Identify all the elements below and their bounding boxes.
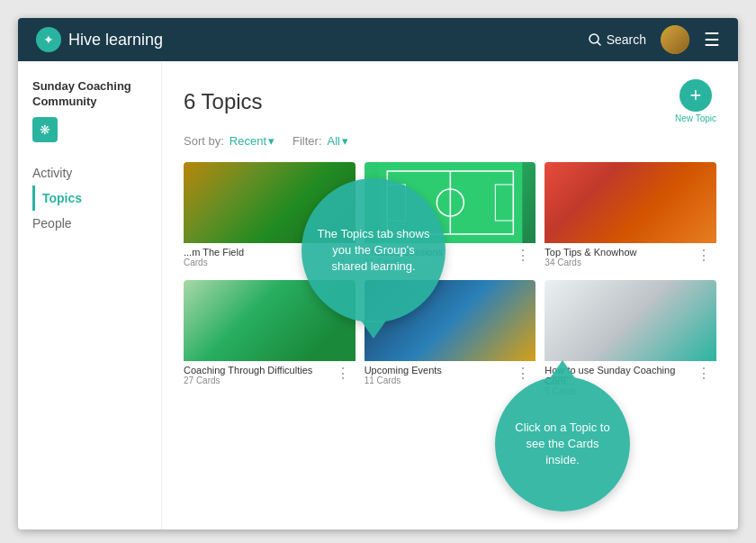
filter-label: Filter: [292, 134, 322, 148]
callout-bubble-2: Click on a Topic to see the Cards inside… [495, 376, 630, 511]
topic-info-3: Coaching Through Difficulties 27 Cards ⋮ [184, 361, 356, 389]
sort-group: Sort by: Recent ▾ [184, 134, 274, 148]
topic-card-2[interactable]: Top Tips & Knowhow 34 Cards ⋮ [544, 162, 716, 271]
browser-frame: ✦ Hive learning Search ☰ Sunday Coaching… [18, 18, 738, 529]
sidebar-item-topics[interactable]: Topics [32, 186, 147, 211]
main-layout: Sunday Coaching Community ❋ Activity Top… [18, 61, 738, 529]
topic-name-3: Coaching Through Difficulties 27 Cards [184, 365, 312, 385]
svg-line-1 [598, 42, 600, 45]
search-button[interactable]: Search [589, 32, 646, 47]
page-title: 6 Topics [184, 89, 263, 114]
new-topic-button[interactable]: + New Topic [675, 79, 716, 123]
filter-bar: Sort by: Recent ▾ Filter: All ▾ [184, 134, 716, 148]
logo: ✦ Hive learning [36, 27, 163, 52]
community-icon-symbol: ❋ [40, 122, 50, 137]
hamburger-icon: ☰ [704, 30, 720, 50]
sidebar-item-people-label: People [32, 216, 72, 231]
sort-select[interactable]: Recent ▾ [230, 134, 274, 148]
community-name: Sunday Coaching Community [32, 79, 147, 110]
content-header: 6 Topics + New Topic [184, 79, 716, 123]
search-label: Search [607, 32, 646, 47]
sort-label: Sort by: [184, 134, 224, 148]
topic-thumb-2 [544, 162, 716, 243]
sidebar-item-activity[interactable]: Activity [32, 160, 147, 186]
logo-icon: ✦ [36, 27, 61, 52]
topics-grid: ...m The Field Cards ⋮ [184, 162, 716, 400]
avatar[interactable] [661, 25, 689, 54]
topic-menu-2[interactable]: ⋮ [697, 247, 711, 264]
topic-name-4: Upcoming Events 11 Cards [364, 365, 442, 385]
topic-info-2: Top Tips & Knowhow 34 Cards ⋮ [544, 243, 716, 271]
search-icon [589, 33, 601, 46]
callout-bubble-1-text: The Topics tab shows you the Group's sha… [316, 226, 431, 276]
header: ✦ Hive learning Search ☰ [18, 18, 738, 61]
sidebar: Sunday Coaching Community ❋ Activity Top… [18, 61, 162, 529]
topic-menu-3[interactable]: ⋮ [336, 365, 350, 382]
topic-menu-5[interactable]: ⋮ [697, 365, 711, 382]
sidebar-item-topics-label: Topics [42, 191, 82, 205]
filter-select[interactable]: All ▾ [328, 134, 348, 148]
topic-thumb-5 [544, 280, 716, 361]
topic-info-4: Upcoming Events 11 Cards ⋮ [364, 361, 536, 389]
callout-bubble-2-text: Click on a Topic to see the Cards inside… [509, 420, 616, 469]
topic-menu-4[interactable]: ⋮ [516, 365, 530, 382]
topic-name-2: Top Tips & Knowhow 34 Cards [544, 247, 636, 267]
sort-value: Recent [230, 134, 266, 148]
filter-group: Filter: All ▾ [292, 134, 348, 148]
topic-menu-1[interactable]: ⋮ [516, 247, 530, 264]
avatar-image [661, 25, 689, 54]
sidebar-item-activity-label: Activity [32, 166, 72, 180]
callout-bubble-1: The Topics tab shows you the Group's sha… [302, 178, 446, 322]
new-topic-label: New Topic [675, 113, 716, 123]
filter-chevron-icon: ▾ [342, 134, 348, 148]
new-topic-icon: + [680, 79, 712, 112]
content-area: 6 Topics + New Topic Sort by: Recent ▾ F… [162, 61, 738, 529]
sidebar-item-people[interactable]: People [32, 211, 147, 236]
header-right: Search ☰ [589, 25, 720, 54]
community-icon: ❋ [32, 117, 58, 142]
filter-value: All [328, 134, 340, 148]
sort-chevron-icon: ▾ [268, 134, 274, 148]
hamburger-button[interactable]: ☰ [704, 29, 720, 50]
logo-text: Hive learning [68, 31, 163, 50]
topic-name-0: ...m The Field Cards [184, 247, 244, 267]
